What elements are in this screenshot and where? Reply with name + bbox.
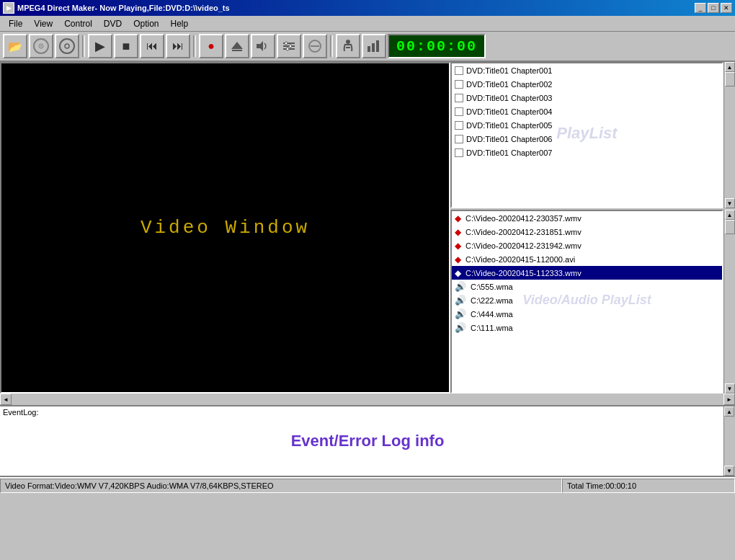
status-bar: Video Format:Video:WMV V7,420KBPS Audio:… xyxy=(0,477,735,493)
dvd-btn[interactable] xyxy=(29,34,53,58)
audio-icon-5: 🔊 xyxy=(455,281,466,292)
audio-item-6[interactable]: 🔊 C:\222.wma xyxy=(452,293,722,307)
toolbar-sep-3 xyxy=(330,35,333,57)
toolbar: 📂 ▶ ■ ⏮ ⏭ ● 00:00:00 xyxy=(0,32,735,62)
dvd-item-4[interactable]: DVD:Title01 Chapter005 xyxy=(452,118,722,132)
menu-help[interactable]: Help xyxy=(165,17,195,30)
svg-marker-5 xyxy=(231,42,243,49)
audio-scroll-up[interactable]: ▲ xyxy=(725,210,735,220)
menu-file[interactable]: File xyxy=(3,17,28,30)
svg-point-2 xyxy=(40,45,42,47)
dvd-item-6[interactable]: DVD:Title01 Chapter007 xyxy=(452,146,722,159)
log-label: EventLog: xyxy=(0,406,735,418)
dvd-playlist-list[interactable]: DVD:Title01 Chapter001 DVD:Title01 Chapt… xyxy=(452,63,722,207)
svg-point-4 xyxy=(65,44,69,48)
log-container: EventLog: Event/Error Log info ▲ ▼ xyxy=(0,405,735,477)
audio-item-7[interactable]: 🔊 C:\444.wma xyxy=(452,307,722,321)
dvd-checkbox-6[interactable] xyxy=(455,148,463,157)
svg-rect-17 xyxy=(368,46,370,52)
dvd-item-0[interactable]: DVD:Title01 Chapter001 xyxy=(452,63,722,77)
svg-marker-7 xyxy=(257,41,263,51)
hscroll-track[interactable] xyxy=(12,394,723,405)
svg-rect-6 xyxy=(232,50,242,51)
main-content: Video Window PlayList DVD:Title01 Chapte… xyxy=(0,62,735,394)
dvd-checkbox-5[interactable] xyxy=(455,135,463,143)
audio-item-2[interactable]: ◆ C:\Video-20020412-231942.wmv xyxy=(452,239,722,252)
maximize-btn[interactable]: □ xyxy=(708,3,719,13)
cd-btn[interactable] xyxy=(55,34,79,58)
dvd-checkbox-4[interactable] xyxy=(455,121,463,130)
dvd-scroll-track[interactable] xyxy=(725,72,735,198)
dvd-item-5[interactable]: DVD:Title01 Chapter006 xyxy=(452,132,722,146)
audio-item-0[interactable]: ◆ C:\Video-20020412-230357.wmv xyxy=(452,211,722,225)
audio-playlist-panel: Video/Audio PlayList ◆ C:\Video-20020412… xyxy=(450,210,723,394)
status-left: Video Format:Video:WMV V7,420KBPS Audio:… xyxy=(0,479,562,493)
chart-btn[interactable] xyxy=(362,34,386,58)
toolbar-sep-1 xyxy=(82,35,85,57)
svg-rect-19 xyxy=(376,40,379,52)
svg-point-3 xyxy=(60,39,74,53)
dvd-playlist-container: PlayList DVD:Title01 Chapter001 DVD:Titl… xyxy=(450,62,735,208)
audio-item-5[interactable]: 🔊 C:\555.wma xyxy=(452,280,722,293)
run-btn[interactable] xyxy=(336,34,360,58)
audio-item-8[interactable]: 🔊 C:\111.wma xyxy=(452,321,722,334)
dvd-scroll-up[interactable]: ▲ xyxy=(725,62,735,72)
dvd-item-2[interactable]: DVD:Title01 Chapter003 xyxy=(452,91,722,105)
title-bar-buttons: _ □ ✕ xyxy=(695,3,732,13)
title-bar: ▶ MPEG4 Direct Maker- Now Playing,File:D… xyxy=(0,0,735,16)
hscroll-left[interactable]: ◄ xyxy=(0,394,12,405)
dvd-item-3[interactable]: DVD:Title01 Chapter004 xyxy=(452,105,722,118)
log-scroll-down[interactable]: ▼ xyxy=(724,466,734,476)
dvd-item-1[interactable]: DVD:Title01 Chapter002 xyxy=(452,77,722,91)
menu-control[interactable]: Control xyxy=(58,17,98,30)
audio-scroll-track[interactable] xyxy=(725,220,735,383)
audio-list[interactable]: ◆ C:\Video-20020412-230357.wmv ◆ C:\Vide… xyxy=(452,211,722,392)
log-scroll-track[interactable] xyxy=(724,417,735,466)
cancel-btn[interactable] xyxy=(303,34,327,58)
menu-option[interactable]: Option xyxy=(128,17,164,30)
minimize-btn[interactable]: _ xyxy=(695,3,706,13)
hscroll-right[interactable]: ► xyxy=(723,394,735,405)
play-btn[interactable]: ▶ xyxy=(88,34,112,58)
dvd-checkbox-3[interactable] xyxy=(455,107,463,116)
audio-scrollbar: ▲ ▼ xyxy=(723,210,735,394)
video-icon-0: ◆ xyxy=(455,213,461,223)
settings-btn[interactable] xyxy=(277,34,301,58)
video-icon-3: ◆ xyxy=(455,254,461,265)
stop-btn[interactable]: ■ xyxy=(114,34,138,58)
open-folder-btn[interactable]: 📂 xyxy=(3,34,27,58)
log-text: Event/Error Log info xyxy=(291,432,445,450)
dvd-checkbox-1[interactable] xyxy=(455,80,463,89)
menu-dvd[interactable]: DVD xyxy=(98,17,128,30)
app-icon: ▶ xyxy=(3,2,14,14)
close-btn[interactable]: ✕ xyxy=(721,3,732,13)
audio-item-4[interactable]: ◆ C:\Video-20020415-112333.wmv xyxy=(452,266,722,280)
video-icon-2: ◆ xyxy=(455,241,461,251)
prev-btn[interactable]: ⏮ xyxy=(140,34,164,58)
svg-point-13 xyxy=(286,48,289,50)
video-window-text: Video Window xyxy=(141,217,310,239)
audio-icon-7: 🔊 xyxy=(455,308,466,319)
log-scroll-up[interactable]: ▲ xyxy=(724,406,734,417)
record-btn[interactable]: ● xyxy=(199,34,223,58)
next-btn[interactable]: ⏭ xyxy=(166,34,190,58)
log-scrollbar: ▲ ▼ xyxy=(723,406,735,476)
dvd-scroll-thumb[interactable] xyxy=(725,72,735,86)
title-bar-text: MPEG4 Direct Maker- Now Playing,File:DVD… xyxy=(17,4,692,12)
dvd-scrollbar: ▲ ▼ xyxy=(723,62,735,208)
audio-icon-6: 🔊 xyxy=(455,295,466,306)
menu-view[interactable]: View xyxy=(28,17,58,30)
dvd-checkbox-2[interactable] xyxy=(455,94,463,102)
dvd-checkbox-0[interactable] xyxy=(455,66,463,75)
eject-btn[interactable] xyxy=(225,34,249,58)
audio-scroll-down[interactable]: ▼ xyxy=(725,383,735,394)
audio-item-3[interactable]: ◆ C:\Video-20020415-112000.avi xyxy=(452,252,722,266)
dvd-scroll-down[interactable]: ▼ xyxy=(725,198,735,208)
video-icon-4: ◆ xyxy=(455,268,461,278)
video-icon-1: ◆ xyxy=(455,227,461,237)
audio-item-1[interactable]: ◆ C:\Video-20020412-231851.wmv xyxy=(452,225,722,239)
vol-down-btn[interactable] xyxy=(251,34,275,58)
toolbar-sep-2 xyxy=(193,35,196,57)
menu-bar: File View Control DVD Option Help xyxy=(0,16,735,32)
audio-scroll-thumb[interactable] xyxy=(725,220,735,234)
